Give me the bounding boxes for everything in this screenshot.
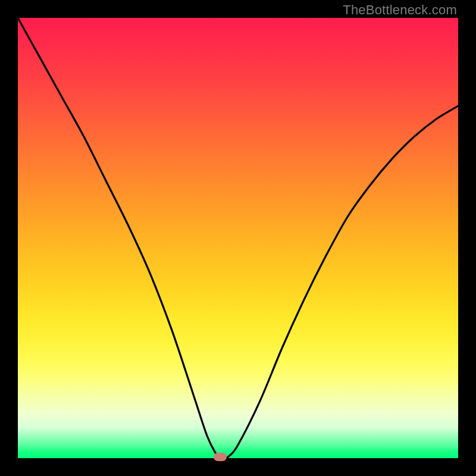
optimal-point-marker xyxy=(214,453,227,461)
bottleneck-curve xyxy=(18,18,458,458)
watermark-text: TheBottleneck.com xyxy=(343,2,457,18)
chart-frame: TheBottleneck.com xyxy=(0,0,476,476)
plot-area xyxy=(18,18,458,458)
